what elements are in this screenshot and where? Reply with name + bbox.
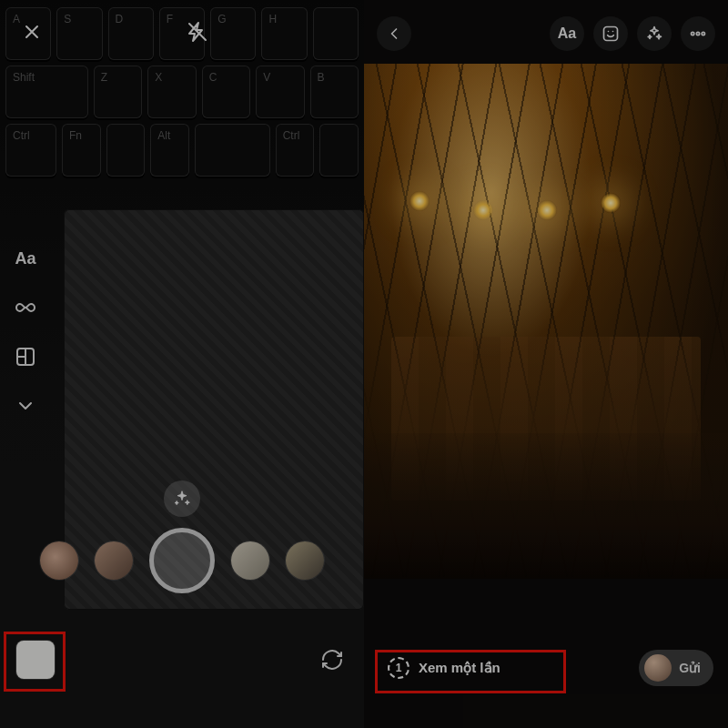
svg-point-4 bbox=[702, 32, 704, 35]
keycap: Ctrl bbox=[5, 124, 56, 177]
back-button[interactable] bbox=[377, 16, 411, 51]
keycap: Z bbox=[94, 66, 142, 118]
filter-thumb[interactable] bbox=[95, 541, 133, 580]
text-tool[interactable]: Aa bbox=[13, 246, 38, 271]
keycap: B bbox=[310, 66, 359, 118]
sticker-tool[interactable] bbox=[593, 16, 628, 51]
filter-thumb[interactable] bbox=[231, 541, 269, 580]
photo-light bbox=[601, 193, 621, 213]
flash-toggle[interactable] bbox=[182, 16, 213, 47]
keycap: Alt bbox=[150, 124, 189, 177]
more-button[interactable] bbox=[681, 16, 715, 51]
layout-icon bbox=[15, 346, 36, 368]
photo-branches bbox=[364, 64, 728, 579]
keycap: ⊞ bbox=[106, 124, 146, 177]
photo-light bbox=[473, 200, 493, 220]
flash-off-icon bbox=[187, 21, 208, 43]
switch-camera-button[interactable] bbox=[317, 644, 348, 675]
more-icon bbox=[689, 25, 707, 43]
svg-rect-1 bbox=[604, 27, 618, 41]
view-once-label: Xem một lần bbox=[419, 660, 500, 676]
svg-point-2 bbox=[692, 32, 694, 35]
keycap: C bbox=[202, 66, 250, 118]
close-button[interactable] bbox=[16, 16, 47, 47]
send-button[interactable]: Gửi bbox=[639, 650, 713, 686]
camera-capture-screen: A S D F G H Shift Z X C V B Ctrl Fn ⊞ Al… bbox=[0, 0, 364, 728]
keycap: Fn bbox=[62, 124, 101, 177]
keycap: X bbox=[147, 66, 196, 118]
text-tool[interactable]: Aa bbox=[550, 16, 584, 51]
keycap-spacebar bbox=[195, 124, 270, 177]
camera-bottom-bar bbox=[0, 641, 364, 679]
filter-carousel[interactable] bbox=[0, 528, 364, 593]
layout-tool[interactable] bbox=[13, 344, 38, 369]
sticker-icon bbox=[602, 25, 620, 43]
effects-button[interactable] bbox=[164, 480, 200, 517]
chevron-left-icon bbox=[385, 25, 403, 43]
shutter-button[interactable] bbox=[149, 528, 215, 593]
photo-light bbox=[410, 191, 430, 211]
infinity-icon bbox=[15, 297, 36, 318]
chevron-down-icon bbox=[15, 395, 36, 417]
camera-side-tools: Aa bbox=[13, 246, 38, 419]
edit-top-bar: Aa bbox=[364, 16, 728, 51]
filter-thumb[interactable] bbox=[286, 541, 324, 580]
keycap: Ctrl bbox=[276, 124, 315, 177]
view-once-toggle[interactable]: 1 Xem một lần bbox=[379, 650, 510, 686]
boomerang-tool[interactable] bbox=[13, 295, 38, 320]
photo-light bbox=[537, 200, 557, 220]
send-label: Gửi bbox=[679, 661, 701, 675]
recipient-avatar bbox=[644, 654, 672, 682]
expand-tools[interactable] bbox=[13, 393, 38, 419]
close-icon bbox=[21, 21, 43, 43]
effects-tool[interactable] bbox=[637, 16, 672, 51]
switch-camera-icon bbox=[321, 649, 343, 671]
edit-bottom-bar: 1 Xem một lần Gửi bbox=[364, 650, 728, 686]
sparkle-icon bbox=[645, 25, 663, 43]
keycap: Shift bbox=[5, 66, 88, 118]
filter-thumb[interactable] bbox=[40, 541, 78, 580]
svg-point-3 bbox=[696, 32, 699, 35]
keycap: V bbox=[256, 66, 304, 118]
keycap: ← bbox=[319, 124, 359, 177]
view-once-icon: 1 bbox=[388, 657, 410, 679]
camera-top-bar bbox=[0, 16, 364, 47]
captured-photo bbox=[364, 64, 728, 579]
sparkle-icon bbox=[173, 490, 191, 508]
gallery-picker[interactable] bbox=[16, 641, 55, 679]
photo-edit-screen: Aa 1 Xem một lần Gửi bbox=[364, 0, 728, 728]
